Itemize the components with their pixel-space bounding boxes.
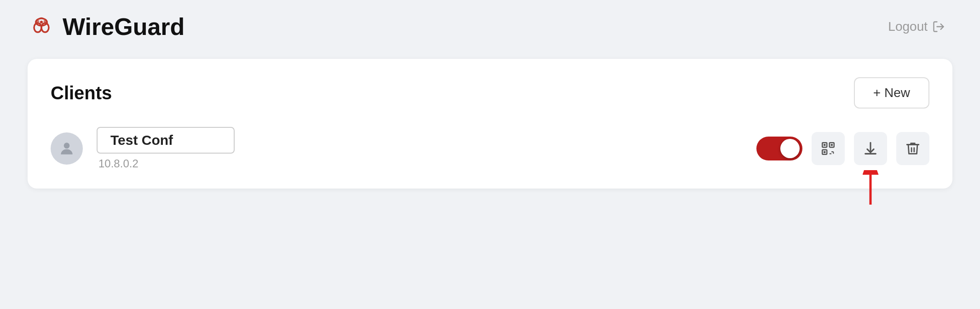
svg-rect-10 [831,144,833,146]
client-toggle[interactable] [756,137,802,160]
clients-card: Clients + New Test Conf 10.8.0.2 [28,59,952,189]
arrow-annotation [859,170,882,209]
logout-label: Logout [888,19,928,34]
logo-area: WireGuard [28,13,184,40]
svg-rect-9 [824,144,825,146]
qr-code-button[interactable] [812,132,845,165]
clients-title: Clients [51,83,112,103]
client-actions [756,132,929,165]
client-row: Test Conf 10.8.0.2 [51,127,929,170]
app-header: WireGuard Logout [0,0,980,50]
client-info: Test Conf 10.8.0.2 [97,127,743,170]
new-client-button[interactable]: + New [854,77,929,109]
delete-button[interactable] [896,132,929,165]
logout-button[interactable]: Logout [881,15,952,39]
download-button[interactable] [854,132,887,165]
svg-rect-11 [824,151,825,153]
trash-icon [905,141,921,156]
svg-point-5 [64,143,70,149]
client-ip: 10.8.0.2 [97,157,743,170]
avatar [51,132,83,165]
wireguard-logo-icon [28,13,55,40]
download-icon [863,141,878,156]
download-btn-container [854,132,887,165]
main-content: Clients + New Test Conf 10.8.0.2 [0,50,980,207]
svg-point-3 [40,21,43,23]
person-icon [58,140,75,157]
app-title: WireGuard [63,13,184,40]
client-name[interactable]: Test Conf [97,127,235,154]
new-button-label: + New [873,86,910,100]
clients-header: Clients + New [51,77,929,109]
qr-code-icon [820,141,836,156]
logout-icon [932,20,945,33]
